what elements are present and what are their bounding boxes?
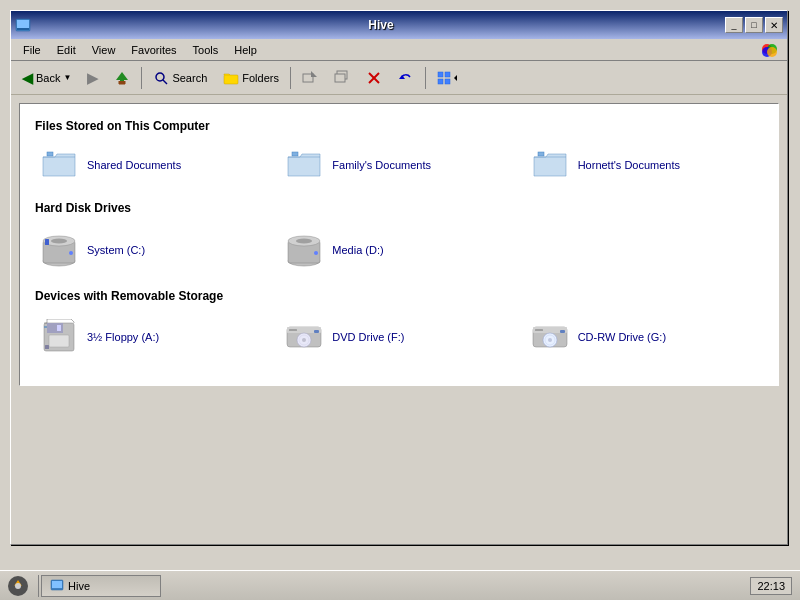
undo-icon: [398, 70, 414, 86]
svg-point-56: [15, 583, 21, 589]
svg-rect-21: [47, 152, 53, 156]
svg-rect-38: [57, 325, 61, 331]
move-icon: [302, 70, 318, 86]
taskbar-right: 22:13: [750, 577, 800, 595]
menu-help[interactable]: Help: [226, 42, 265, 58]
svg-point-45: [302, 338, 306, 342]
svg-rect-37: [49, 335, 69, 347]
svg-rect-22: [292, 152, 298, 156]
hdd-grid: System (C:) Media (D:): [35, 227, 763, 273]
start-icon: [6, 574, 30, 598]
family-documents-item[interactable]: Family's Documents: [280, 145, 517, 185]
back-label: Back: [36, 72, 60, 84]
svg-rect-16: [438, 72, 443, 77]
svg-rect-9: [224, 75, 238, 84]
media-d-item[interactable]: Media (D:): [280, 227, 517, 273]
system-c-label: System (C:): [87, 244, 145, 256]
svg-point-28: [69, 251, 73, 255]
section-title-hdd: Hard Disk Drives: [35, 201, 763, 215]
cdrw-g-item[interactable]: CD-RW Drive (G:): [526, 315, 763, 359]
main-window: Hive _ □ ✕ File Edit View Favorites Tool…: [10, 10, 788, 545]
search-label: Search: [172, 72, 207, 84]
copy-button[interactable]: [327, 65, 357, 91]
undo-button[interactable]: [391, 65, 421, 91]
menu-edit[interactable]: Edit: [49, 42, 84, 58]
folders-label: Folders: [242, 72, 279, 84]
cdrw-g-icon: [530, 319, 570, 355]
shared-documents-item[interactable]: Shared Documents: [35, 145, 272, 185]
media-d-icon: [284, 231, 324, 269]
taskbar: Hive 22:13: [0, 570, 800, 600]
svg-rect-58: [52, 581, 62, 588]
dvd-f-label: DVD Drive (F:): [332, 331, 404, 343]
system-clock: 22:13: [750, 577, 792, 595]
dvd-f-icon: [284, 319, 324, 355]
hornett-documents-icon: [530, 149, 570, 181]
close-button[interactable]: ✕: [765, 17, 783, 33]
window-icon: [15, 17, 31, 33]
floppy-a-item[interactable]: 3½ Floppy (A:): [35, 315, 272, 359]
svg-rect-12: [335, 74, 345, 82]
menubar: File Edit View Favorites Tools Help: [11, 39, 787, 61]
up-button[interactable]: [107, 65, 137, 91]
menu-favorites[interactable]: Favorites: [123, 42, 184, 58]
taskbar-hive-label: Hive: [68, 580, 90, 592]
svg-marker-20: [454, 75, 457, 81]
forward-arrow-icon: ▶: [87, 70, 98, 86]
titlebar: Hive _ □ ✕: [11, 11, 787, 39]
svg-rect-54: [560, 330, 565, 333]
forward-button[interactable]: ▶: [80, 65, 105, 91]
floppy-a-label: 3½ Floppy (A:): [87, 331, 159, 343]
section-title-files: Files Stored on This Computer: [35, 119, 763, 133]
cdrw-g-label: CD-RW Drive (G:): [578, 331, 666, 343]
svg-rect-1: [17, 20, 29, 28]
svg-rect-29: [45, 239, 49, 245]
svg-rect-18: [438, 79, 443, 84]
start-button[interactable]: [2, 572, 34, 600]
svg-point-6: [767, 47, 777, 57]
folders-icon: [223, 70, 239, 86]
winxp-logo: [761, 41, 783, 59]
svg-rect-2: [17, 28, 29, 30]
svg-rect-17: [445, 72, 450, 77]
family-documents-label: Family's Documents: [332, 159, 431, 171]
minimize-button[interactable]: _: [725, 17, 743, 33]
separator-2: [290, 67, 291, 89]
svg-rect-47: [314, 330, 319, 333]
hornett-documents-item[interactable]: Hornett's Documents: [526, 145, 763, 185]
folders-button[interactable]: Folders: [216, 65, 286, 91]
copy-icon: [334, 70, 350, 86]
search-button[interactable]: Search: [146, 65, 214, 91]
system-c-item[interactable]: System (C:): [35, 227, 272, 273]
views-icon: [437, 70, 457, 86]
delete-icon: [366, 70, 382, 86]
files-grid: Shared Documents Family's Documents Horn…: [35, 145, 763, 185]
window-title: Hive: [37, 18, 725, 32]
search-icon: [153, 70, 169, 86]
dvd-f-item[interactable]: DVD Drive (F:): [280, 315, 517, 359]
svg-rect-19: [445, 79, 450, 84]
svg-point-33: [296, 239, 312, 244]
media-d-label: Media (D:): [332, 244, 383, 256]
svg-rect-43: [289, 329, 297, 331]
svg-line-8: [163, 80, 167, 84]
maximize-button[interactable]: □: [745, 17, 763, 33]
taskbar-hive-task[interactable]: Hive: [41, 575, 161, 597]
menu-view[interactable]: View: [84, 42, 124, 58]
back-dropdown-icon: ▼: [63, 73, 71, 82]
taskbar-hive-icon: [50, 579, 64, 593]
back-button[interactable]: ◀ Back ▼: [15, 65, 78, 91]
menu-file[interactable]: File: [15, 42, 49, 58]
move-button[interactable]: [295, 65, 325, 91]
taskbar-separator: [38, 575, 39, 597]
svg-point-52: [548, 338, 552, 342]
family-documents-icon: [284, 149, 324, 181]
section-title-removable: Devices with Removable Storage: [35, 289, 763, 303]
delete-button[interactable]: [359, 65, 389, 91]
menu-tools[interactable]: Tools: [185, 42, 227, 58]
hornett-documents-label: Hornett's Documents: [578, 159, 680, 171]
svg-point-34: [314, 251, 318, 255]
separator-1: [141, 67, 142, 89]
views-button[interactable]: [430, 65, 464, 91]
up-icon: [114, 70, 130, 86]
